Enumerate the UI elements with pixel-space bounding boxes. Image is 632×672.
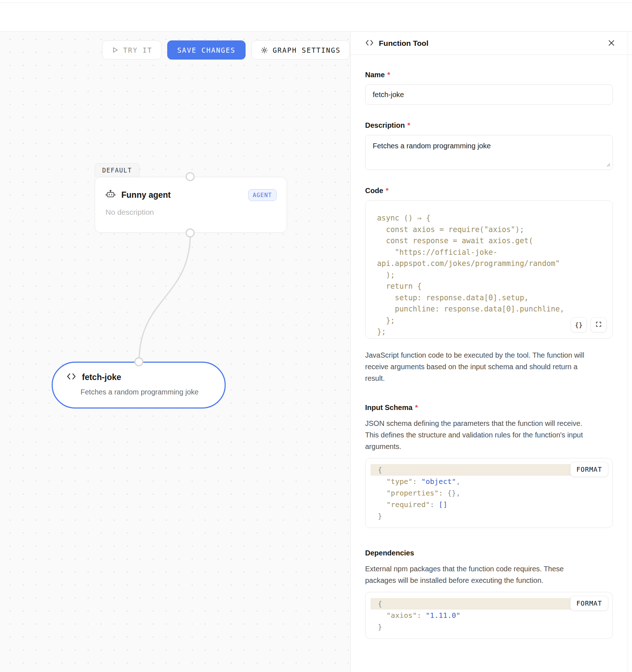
name-label-text: Name bbox=[365, 71, 385, 79]
tool-node-description: Fetches a random programming joke bbox=[81, 388, 199, 396]
dependencies-editor[interactable]: { "axios": "1.11.0"} FORMAT bbox=[365, 592, 613, 639]
code-help-text: JavaScript function code to be executed … bbox=[365, 349, 589, 384]
canvas-toolbar: TRY IT SAVE CHANGES GRAPH SETTINGS bbox=[102, 40, 350, 60]
description-required-mark: * bbox=[407, 121, 410, 130]
tool-node-fetch-joke[interactable]: fetch-joke Fetches a random programming … bbox=[52, 362, 226, 409]
panel-header: Function Tool bbox=[351, 32, 632, 55]
agent-node-title: Funny agent bbox=[121, 190, 171, 200]
input-schema-label-text: Input Schema bbox=[365, 403, 412, 412]
panel-scrollbar[interactable] bbox=[628, 32, 628, 672]
close-icon bbox=[607, 39, 615, 48]
agent-node-header: Funny agent AGENT bbox=[105, 189, 277, 201]
code-field-label: Code * bbox=[365, 187, 613, 195]
agent-type-badge: AGENT bbox=[248, 189, 277, 201]
input-schema-required-mark: * bbox=[415, 403, 418, 412]
dependencies-help-text: External npm packages that the function … bbox=[365, 563, 589, 586]
code-required-mark: * bbox=[386, 187, 389, 195]
code-icon bbox=[66, 372, 76, 382]
dependencies-label-text: Dependencies bbox=[365, 549, 414, 557]
edge-agent-to-tool bbox=[139, 233, 190, 362]
graph-canvas[interactable]: TRY IT SAVE CHANGES GRAPH SETTINGS DEFAU… bbox=[0, 32, 350, 672]
input-schema-editor[interactable]: { "type": "object", "properties": {}, "r… bbox=[365, 458, 613, 528]
tool-node-top-handle[interactable] bbox=[134, 357, 143, 366]
name-input[interactable] bbox=[365, 84, 613, 105]
dependencies-format-button[interactable]: FORMAT bbox=[570, 596, 608, 611]
input-schema-format-button[interactable]: FORMAT bbox=[570, 462, 608, 477]
code-editor[interactable]: async () ⇒ { const axios = require("axio… bbox=[365, 200, 613, 339]
agent-node-bottom-handle[interactable] bbox=[186, 228, 195, 237]
code-editor-actions: {} bbox=[571, 317, 607, 332]
description-textarea[interactable]: Fetches a random programming joke bbox=[365, 135, 613, 170]
name-required-mark: * bbox=[387, 71, 390, 79]
code-editor-content: async () ⇒ { const axios = require("axio… bbox=[377, 213, 604, 338]
dependencies-field-label: Dependencies bbox=[365, 549, 613, 557]
description-label-text: Description bbox=[365, 121, 405, 130]
save-changes-button[interactable]: SAVE CHANGES bbox=[167, 40, 246, 60]
format-braces-button[interactable]: {} bbox=[571, 317, 587, 332]
input-schema-field-label: Input Schema * bbox=[365, 403, 613, 412]
description-field-label: Description * bbox=[365, 121, 613, 130]
graph-settings-button[interactable]: GRAPH SETTINGS bbox=[251, 40, 350, 60]
expand-editor-button[interactable] bbox=[590, 317, 607, 332]
close-panel-button[interactable] bbox=[606, 38, 617, 49]
code-label-text: Code bbox=[365, 187, 383, 195]
top-app-bar bbox=[0, 0, 632, 32]
input-schema-help-text: JSON schema defining the parameters that… bbox=[365, 418, 589, 452]
gear-icon bbox=[260, 46, 268, 54]
agent-node-top-handle[interactable] bbox=[186, 172, 195, 181]
agent-node-description: No description bbox=[105, 208, 154, 217]
play-icon bbox=[111, 46, 119, 54]
try-it-label: TRY IT bbox=[123, 46, 152, 54]
try-it-button[interactable]: TRY IT bbox=[102, 40, 161, 60]
group-tab-label: DEFAULT bbox=[102, 167, 132, 174]
panel-body: Name * Description * Fetches a random pr… bbox=[351, 55, 632, 653]
edge-layer bbox=[0, 32, 350, 672]
agent-node[interactable]: Funny agent AGENT No description bbox=[95, 177, 287, 233]
robot-icon bbox=[105, 189, 116, 201]
save-changes-label: SAVE CHANGES bbox=[177, 46, 235, 54]
graph-settings-label: GRAPH SETTINGS bbox=[273, 46, 341, 54]
expand-icon bbox=[595, 321, 602, 329]
tool-node-header: fetch-joke bbox=[66, 372, 121, 382]
tool-node-title: fetch-joke bbox=[82, 372, 121, 382]
name-field-label: Name * bbox=[365, 71, 613, 79]
top-hairline-divider bbox=[0, 3, 632, 3]
function-tool-panel: Function Tool Name * Description * Fetch… bbox=[350, 32, 632, 672]
code-icon bbox=[365, 39, 374, 48]
panel-title: Function Tool bbox=[379, 39, 428, 48]
group-tab-default[interactable]: DEFAULT bbox=[95, 163, 139, 177]
